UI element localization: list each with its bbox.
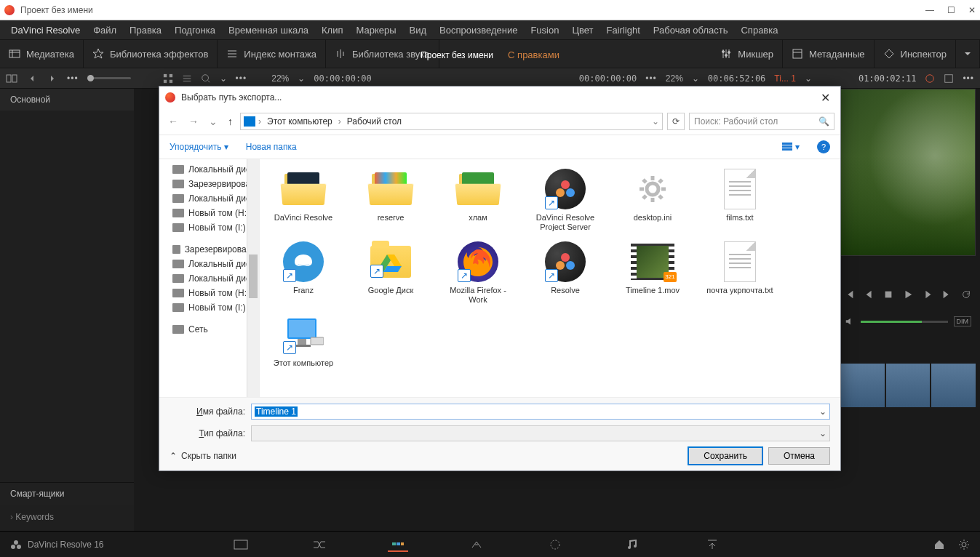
tree-item[interactable]: Новый том (H:) [159,206,259,220]
menu-timeline[interactable]: Временная шкала [222,25,315,36]
breadcrumb-dropdown[interactable]: ⌄ [652,116,659,127]
next-icon[interactable] [47,73,58,84]
next-clip-icon[interactable] [941,289,952,300]
window-close-button[interactable]: ✕ [968,5,976,15]
file-item[interactable]: films.txt [704,167,776,232]
menu-color[interactable]: Цвет [565,25,599,36]
search-icon[interactable] [201,73,211,84]
step-fwd-icon[interactable] [923,289,933,300]
cancel-button[interactable]: Отмена [768,447,830,465]
menu-fairlight[interactable]: Fairlight [600,25,647,36]
tree-item[interactable]: Новый том (H:) [159,286,259,300]
nav-up-button[interactable]: ↑ [225,116,236,127]
bin-main[interactable]: Основной [0,89,134,111]
window-minimize-button[interactable]: — [925,5,934,15]
slider[interactable] [87,77,131,79]
file-item[interactable]: DaVinci Resolve [267,167,340,232]
scrollbar[interactable] [247,159,259,397]
tree-item[interactable]: Новый том (I:) [159,300,259,315]
breadcrumb-desktop[interactable]: Рабочий стол [344,116,405,127]
tree-item[interactable]: Сеть [159,322,259,337]
viewer[interactable] [840,89,976,256]
menu-view[interactable]: Вид [403,25,434,36]
dim-button[interactable]: DIM [954,316,972,326]
tree-item[interactable]: Зарезервировано [159,242,259,257]
nav-forward-button[interactable]: → [186,116,202,127]
stop-icon[interactable] [883,289,893,300]
page-deliver[interactable] [702,537,722,552]
menu-clip[interactable]: Клип [315,25,349,36]
nav-recent-button[interactable]: ⌄ [206,116,220,127]
effects-library-button[interactable]: Библиотека эффектов [84,40,218,68]
loop-icon[interactable] [961,289,971,300]
file-item[interactable]: ↗Resolve [529,239,602,305]
file-item[interactable]: почта укрпочта.txt [704,239,776,305]
keywords-item[interactable]: › Keywords [0,508,134,526]
file-item[interactable]: ↗Google Диск [354,239,427,305]
file-item[interactable]: 321Timeline 1.mov [616,239,689,305]
filetype-combo[interactable]: ⌄ [251,425,830,441]
edit-index-button[interactable]: Индекс монтажа [218,40,326,68]
refresh-button[interactable]: ⟳ [667,113,685,130]
mixer-button[interactable]: Микшер [712,40,783,68]
expand-button[interactable] [956,40,980,68]
menu-workspace[interactable]: Рабочая область [647,25,735,36]
save-button[interactable]: Сохранить [688,447,762,465]
timeline-name[interactable]: Ti... 1 [774,73,796,84]
file-item[interactable]: ↗Этот компьютер [267,312,340,368]
menu-trim[interactable]: Подгонка [168,25,222,36]
page-fairlight[interactable] [624,537,644,552]
breadcrumb-pc[interactable]: Этот компьютер [264,116,335,127]
prev-clip-icon[interactable] [845,289,855,300]
inspector-button[interactable]: Инспектор [875,40,956,68]
step-back-icon[interactable] [864,289,875,300]
grid-icon[interactable] [163,73,173,84]
tree-item[interactable]: Локальный диск [159,257,259,271]
new-folder-button[interactable]: Новая папка [246,142,297,152]
smart-bins-header[interactable]: Смарт-ящики [0,482,134,505]
address-bar[interactable]: › Этот компьютер › Рабочий стол ⌄ [240,113,663,130]
settings-icon[interactable] [958,539,970,550]
page-edit[interactable] [388,537,408,552]
zoom-right[interactable]: 22% [666,73,683,84]
file-item[interactable]: reserve [354,167,427,232]
speaker-icon[interactable] [845,316,855,326]
file-item[interactable]: ↗Mozilla Firefox - Work [442,239,514,305]
filetype-dropdown[interactable]: ⌄ [819,428,826,438]
menu-fusion[interactable]: Fusion [524,25,565,36]
organize-button[interactable]: Упорядочить ▾ [170,142,228,152]
help-button[interactable]: ? [817,140,830,153]
file-item[interactable]: desktop.ini [616,167,689,232]
page-cut[interactable] [309,537,330,552]
menu-davinci[interactable]: DaVinci Resolve [4,25,87,36]
page-media[interactable] [231,537,251,552]
file-item[interactable]: ↗Franz [267,239,340,305]
file-item[interactable]: ↗DaVinci Resolve Project Server [529,167,602,232]
color-wheel-icon[interactable] [925,73,935,84]
menu-edit[interactable]: Правка [123,25,168,36]
folder-tree[interactable]: Локальный дискЗарезервированЛокальный ди… [159,159,260,397]
zoom-left[interactable]: 22% [271,73,289,84]
page-color[interactable] [545,537,565,552]
list-icon[interactable] [182,73,192,84]
tree-item[interactable]: Новый том (I:) [159,220,259,235]
menu-markers[interactable]: Маркеры [349,25,402,36]
media-pool-button[interactable]: Медиатека [0,40,84,68]
more-button[interactable]: ••• [67,73,79,84]
layout-icon[interactable] [6,73,17,84]
filename-dropdown[interactable]: ⌄ [819,406,826,417]
view-mode-button[interactable]: ▾ [782,142,800,152]
file-item[interactable]: хлам [442,167,514,232]
metadata-button[interactable]: Метаданные [783,40,875,68]
tree-item[interactable]: Локальный диск [159,271,259,286]
play-icon[interactable] [903,289,913,300]
menu-help[interactable]: Справка [734,25,784,36]
nav-back-button[interactable]: ← [165,116,181,127]
tree-item[interactable]: Локальный диск [159,162,259,177]
tree-item[interactable]: Локальный диск [159,191,259,206]
filename-input[interactable]: Timeline 1 ⌄ [251,404,830,420]
volume-slider[interactable] [861,321,948,323]
tree-item[interactable]: Зарезервирован [159,177,259,191]
page-fusion[interactable] [466,537,487,552]
search-input[interactable]: Поиск: Рабочий стол 🔍 [689,113,834,130]
